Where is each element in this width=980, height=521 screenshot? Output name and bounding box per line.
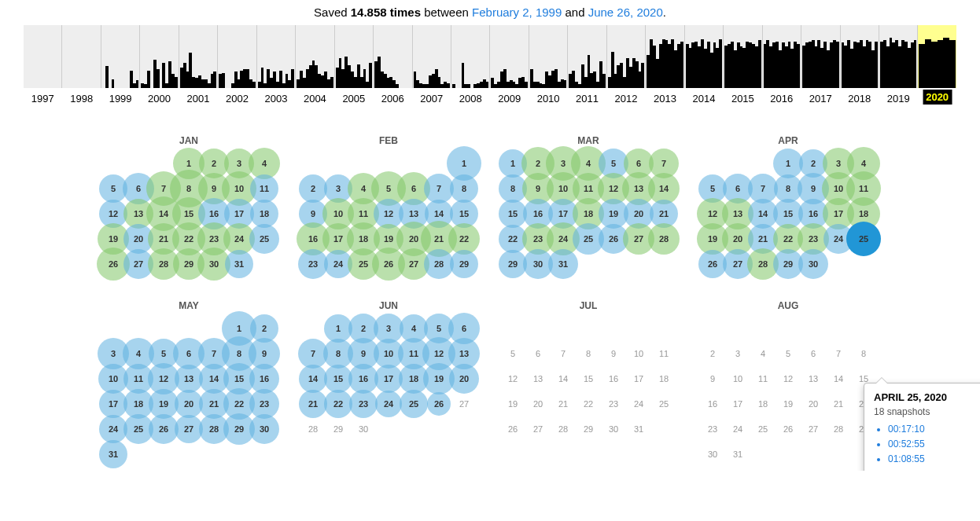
snapshot-link[interactable]: 00:17:10	[888, 422, 980, 437]
day-jun-20[interactable]: 20	[451, 366, 477, 391]
day-may-25[interactable]: 25	[126, 416, 151, 442]
day-may-9[interactable]: 9	[252, 341, 277, 366]
day-mar-25[interactable]: 25	[576, 226, 601, 251]
day-may-18[interactable]: 18	[126, 391, 151, 416]
day-apr-15[interactable]: 15	[776, 201, 801, 226]
snapshot-link[interactable]: 00:52:55	[888, 437, 980, 452]
year-2016[interactable]: 2016	[762, 25, 801, 88]
day-apr-30[interactable]: 30	[801, 251, 826, 277]
day-jun-13[interactable]: 13	[451, 341, 477, 366]
year-2015[interactable]: 2015	[723, 25, 761, 88]
year-1999[interactable]: 1999	[101, 25, 139, 88]
day-may-23[interactable]: 23	[252, 391, 277, 416]
year-2012[interactable]: 2012	[606, 25, 645, 88]
day-mar-29[interactable]: 29	[500, 251, 525, 277]
day-may-27[interactable]: 27	[176, 416, 201, 442]
year-2013[interactable]: 2013	[645, 25, 683, 88]
year-2007[interactable]: 2007	[412, 25, 451, 88]
day-jun-25[interactable]: 25	[401, 391, 426, 416]
day-may-10[interactable]: 10	[101, 366, 126, 391]
day-may-31[interactable]: 31	[101, 442, 126, 467]
year-sparkline[interactable]: 1997199819992000200120022003200420052006…	[24, 25, 956, 88]
day-jun-21[interactable]: 21	[300, 391, 326, 416]
day-may-20[interactable]: 20	[176, 391, 201, 416]
year-2018[interactable]: 2018	[840, 25, 879, 88]
year-2005[interactable]: 2005	[334, 25, 373, 88]
day-apr-28[interactable]: 28	[750, 251, 776, 277]
snapshot-link[interactable]: 06:35:31	[888, 468, 980, 471]
day-may-19[interactable]: 19	[151, 391, 176, 416]
year-2010[interactable]: 2010	[529, 25, 567, 88]
day-jun-3[interactable]: 3	[376, 316, 401, 341]
day-mar-19[interactable]: 19	[601, 201, 626, 226]
day-jun-26[interactable]: 26	[426, 391, 451, 416]
day-jun-7[interactable]: 7	[300, 341, 326, 366]
year-1998[interactable]: 1998	[61, 25, 100, 88]
day-jan-30[interactable]: 30	[201, 251, 227, 277]
day-feb-8[interactable]: 8	[451, 176, 477, 201]
day-jun-24[interactable]: 24	[376, 391, 401, 416]
snapshot-link[interactable]: 01:08:55	[888, 452, 980, 467]
day-jun-16[interactable]: 16	[351, 366, 376, 391]
day-feb-6[interactable]: 6	[401, 176, 426, 201]
day-may-4[interactable]: 4	[126, 341, 151, 366]
day-feb-23[interactable]: 23	[300, 251, 326, 277]
day-jun-9[interactable]: 9	[351, 341, 376, 366]
day-apr-25[interactable]: 25	[851, 226, 876, 251]
year-2008[interactable]: 2008	[451, 25, 489, 88]
day-may-12[interactable]: 12	[151, 366, 176, 391]
day-apr-29[interactable]: 29	[776, 251, 801, 277]
day-feb-22[interactable]: 22	[451, 226, 477, 251]
first-capture-link[interactable]: February 2, 1999	[472, 6, 562, 19]
day-jun-19[interactable]: 19	[426, 366, 451, 391]
day-jan-25[interactable]: 25	[252, 226, 277, 251]
year-2000[interactable]: 2000	[139, 25, 178, 88]
year-2004[interactable]: 2004	[295, 25, 333, 88]
day-apr-1[interactable]: 1	[776, 151, 801, 176]
year-2006[interactable]: 2006	[373, 25, 411, 88]
day-feb-28[interactable]: 28	[426, 251, 451, 277]
year-2002[interactable]: 2002	[217, 25, 256, 88]
day-feb-27[interactable]: 27	[401, 251, 426, 277]
day-feb-7[interactable]: 7	[426, 176, 451, 201]
day-may-13[interactable]: 13	[176, 366, 201, 391]
day-mar-31[interactable]: 31	[551, 251, 576, 277]
day-apr-20[interactable]: 20	[725, 226, 750, 251]
year-1997[interactable]: 1997	[24, 25, 61, 88]
day-jan-18[interactable]: 18	[252, 201, 277, 226]
year-2014[interactable]: 2014	[684, 25, 723, 88]
day-apr-23[interactable]: 23	[801, 226, 826, 251]
day-may-29[interactable]: 29	[227, 416, 252, 442]
day-may-16[interactable]: 16	[252, 366, 277, 391]
day-apr-26[interactable]: 26	[700, 251, 725, 277]
day-apr-7[interactable]: 7	[750, 176, 776, 201]
day-feb-2[interactable]: 2	[300, 176, 326, 201]
day-jun-17[interactable]: 17	[376, 366, 401, 391]
day-may-26[interactable]: 26	[151, 416, 176, 442]
day-apr-14[interactable]: 14	[750, 201, 776, 226]
day-feb-1[interactable]: 1	[451, 151, 477, 176]
day-jun-23[interactable]: 23	[351, 391, 376, 416]
year-2009[interactable]: 2009	[489, 25, 528, 88]
day-jan-26[interactable]: 26	[101, 251, 126, 277]
year-2017[interactable]: 2017	[801, 25, 839, 88]
day-jan-4[interactable]: 4	[252, 151, 277, 176]
day-jun-14[interactable]: 14	[300, 366, 326, 391]
day-mar-14[interactable]: 14	[651, 176, 676, 201]
day-jan-31[interactable]: 31	[227, 251, 252, 277]
day-mar-28[interactable]: 28	[651, 226, 676, 251]
year-2020[interactable]: 2020	[917, 25, 956, 88]
day-may-17[interactable]: 17	[101, 391, 126, 416]
day-feb-12[interactable]: 12	[376, 201, 401, 226]
day-jan-24[interactable]: 24	[227, 226, 252, 251]
year-2011[interactable]: 2011	[567, 25, 606, 88]
year-2001[interactable]: 2001	[179, 25, 217, 88]
year-2019[interactable]: 2019	[879, 25, 917, 88]
day-jun-1[interactable]: 1	[326, 316, 351, 341]
day-may-30[interactable]: 30	[252, 416, 277, 442]
year-2003[interactable]: 2003	[256, 25, 295, 88]
day-may-24[interactable]: 24	[101, 416, 126, 442]
day-mar-15[interactable]: 15	[500, 201, 525, 226]
day-jun-22[interactable]: 22	[326, 391, 351, 416]
day-mar-30[interactable]: 30	[525, 251, 551, 277]
